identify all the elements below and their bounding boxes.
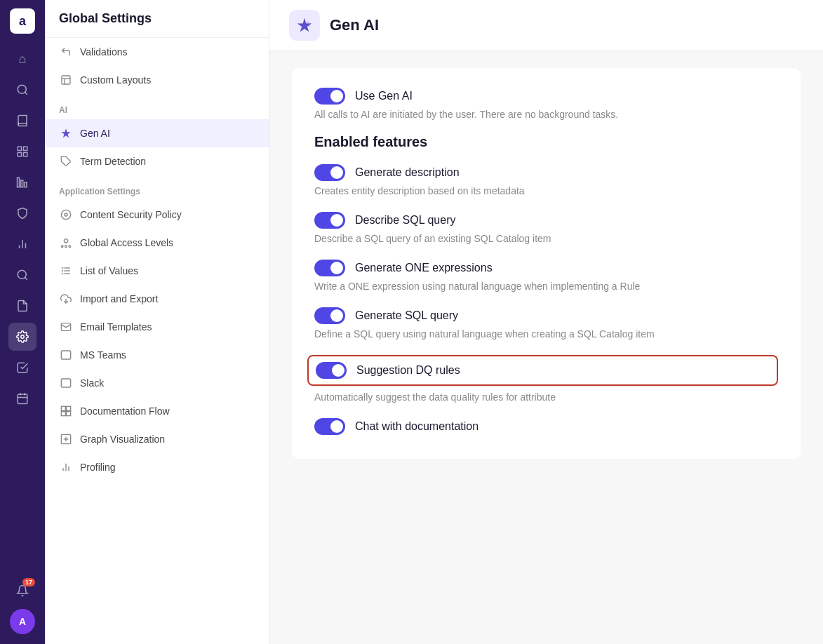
svg-rect-37 (67, 412, 71, 416)
use-gen-ai-row: Use Gen AI (314, 88, 778, 105)
sidebar-item-label: Slack (80, 377, 104, 389)
enabled-features-heading: Enabled features (314, 134, 778, 150)
sidebar-item-label: Import and Export (80, 293, 158, 304)
svg-point-21 (61, 210, 70, 219)
ms-teams-icon (59, 348, 73, 362)
nav-search2[interactable] (8, 261, 36, 289)
use-gen-ai-toggle[interactable] (314, 88, 345, 105)
sidebar-item-label: Custom Layouts (80, 74, 151, 86)
app-logo: a (10, 8, 35, 34)
sidebar-item-list-of-values[interactable]: List of Values (45, 257, 269, 285)
import-export-icon (59, 292, 73, 306)
main-header: Gen AI (269, 0, 823, 51)
generate-description-label: Generate description (355, 166, 460, 179)
generate-one-expressions-row: Generate ONE expressions (314, 260, 778, 276)
nav-charts[interactable] (8, 230, 36, 258)
sidebar-item-label: Validations (80, 46, 127, 58)
generate-one-expressions-desc: Write a ONE expression using natural lan… (314, 281, 778, 292)
svg-point-22 (65, 213, 67, 216)
nav-home[interactable]: ⌂ (8, 45, 36, 73)
sidebar-item-import-and-export[interactable]: Import and Export (45, 285, 269, 313)
chat-with-documentation-row: Chat with documentation (314, 418, 778, 435)
generate-one-expressions-label: Generate ONE expressions (355, 262, 493, 274)
svg-point-24 (61, 246, 63, 248)
describe-sql-query-toggle[interactable] (314, 212, 345, 229)
sidebar-item-label: Content Security Policy (80, 209, 182, 220)
suggestion-dq-rules-label: Suggestion DQ rules (356, 364, 460, 377)
svg-rect-36 (61, 412, 65, 416)
describe-sql-query-desc: Describe a SQL query of an existing SQL … (314, 233, 778, 244)
sidebar-item-slack[interactable]: Slack (45, 369, 269, 397)
sidebar-item-label: List of Values (80, 265, 138, 276)
nav-shield[interactable] (8, 199, 36, 227)
svg-point-23 (64, 239, 67, 243)
generate-sql-query-desc: Define a SQL query using natural languag… (314, 328, 778, 340)
term-detection-icon (59, 154, 73, 168)
documentation-flow-icon (59, 404, 73, 418)
sidebar-item-global-access-levels[interactable]: Global Access Levels (45, 229, 269, 257)
svg-rect-1 (18, 147, 21, 150)
sidebar-item-documentation-flow[interactable]: Documentation Flow (45, 397, 269, 425)
generate-sql-query-toggle[interactable] (314, 307, 345, 324)
sidebar-title: Global Settings (45, 0, 269, 38)
nav-settings[interactable] (8, 323, 36, 351)
svg-rect-13 (18, 394, 27, 404)
suggestion-dq-rules-desc: Automatically suggest the data quality r… (314, 391, 778, 403)
generate-description-row: Generate description (314, 164, 778, 181)
sidebar-item-label: Gen AI (80, 128, 110, 139)
sidebar-item-graph-visualization[interactable]: Graph Visualization (45, 425, 269, 453)
nav-tasks[interactable] (8, 354, 36, 382)
slack-icon (59, 376, 73, 390)
user-avatar: A (10, 609, 35, 634)
suggestion-dq-rules-row: Suggestion DQ rules (307, 355, 778, 386)
nav-calendar[interactable] (8, 384, 36, 412)
sidebar-item-validations[interactable]: Validations (45, 38, 269, 66)
validations-icon (59, 45, 73, 59)
svg-rect-33 (61, 379, 70, 387)
sidebar-item-profiling[interactable]: Profiling (45, 453, 269, 481)
describe-sql-query-label: Describe SQL query (355, 214, 455, 227)
generate-sql-query-row: Generate SQL query (314, 307, 778, 324)
svg-point-25 (65, 246, 67, 248)
nav-notifications[interactable]: 17 (8, 577, 36, 605)
svg-point-26 (69, 246, 71, 248)
describe-sql-query-row: Describe SQL query (314, 212, 778, 229)
generate-one-expressions-toggle[interactable] (314, 260, 345, 276)
sidebar-item-gen-ai[interactable]: Gen AI (45, 119, 269, 147)
global-access-levels-icon (59, 236, 73, 250)
sidebar-item-label: Global Access Levels (80, 237, 173, 248)
suggestion-dq-rules-toggle[interactable] (316, 362, 347, 379)
graph-visualization-icon (59, 432, 73, 446)
nav-document[interactable] (8, 292, 36, 320)
custom-layouts-icon (59, 73, 73, 87)
main-body: Use Gen AI All calls to AI are initiated… (269, 51, 823, 644)
sidebar-item-term-detection[interactable]: Term Detection (45, 147, 269, 175)
svg-rect-4 (24, 153, 27, 156)
email-templates-icon (59, 320, 73, 334)
sidebar-section-app: Application Settings (45, 175, 269, 201)
main-content: Gen AI Use Gen AI All calls to AI are in… (269, 0, 823, 644)
generate-description-toggle[interactable] (314, 164, 345, 181)
nav-avatar[interactable]: A (8, 608, 36, 636)
use-gen-ai-label: Use Gen AI (355, 90, 413, 102)
chat-with-documentation-toggle[interactable] (314, 418, 345, 435)
sidebar-item-content-security-policy[interactable]: Content Security Policy (45, 201, 269, 229)
svg-rect-3 (18, 153, 21, 156)
nav-grid[interactable] (8, 137, 36, 166)
page-title: Gen AI (330, 16, 379, 34)
settings-card: Use Gen AI All calls to AI are initiated… (292, 68, 801, 459)
list-of-values-icon (59, 264, 73, 278)
content-security-policy-icon (59, 208, 73, 222)
generate-description-desc: Creates entity description based on its … (314, 185, 778, 196)
sidebar-item-label: MS Teams (80, 349, 126, 361)
gen-ai-icon (59, 126, 73, 140)
sidebar-item-ms-teams[interactable]: MS Teams (45, 341, 269, 369)
svg-rect-5 (18, 177, 20, 187)
sidebar-item-label: Documentation Flow (80, 405, 170, 417)
nav-book[interactable] (8, 107, 36, 135)
sidebar-item-email-templates[interactable]: Email Templates (45, 313, 269, 341)
sidebar-item-custom-layouts[interactable]: Custom Layouts (45, 66, 269, 94)
nav-search[interactable] (8, 76, 36, 104)
nav-analytics[interactable] (8, 168, 36, 196)
gen-ai-header-icon (289, 10, 320, 41)
